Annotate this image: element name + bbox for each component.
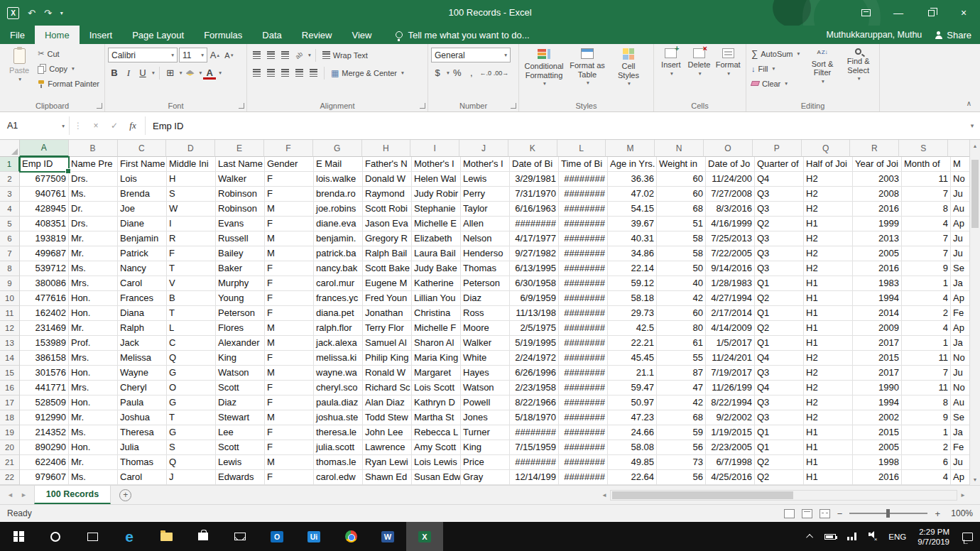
- cell-O17[interactable]: 8/22/1994: [706, 395, 755, 410]
- cell-R6[interactable]: 2013: [853, 231, 902, 246]
- cell-F13[interactable]: M: [265, 336, 314, 351]
- tell-me-box[interactable]: Tell me what you want to do...: [396, 26, 529, 44]
- cell-D2[interactable]: H: [167, 172, 216, 187]
- cell-G21[interactable]: thomas.le: [314, 455, 363, 470]
- cell-K22[interactable]: 12/14/199: [510, 470, 559, 485]
- cell-A22[interactable]: 979607: [20, 470, 69, 485]
- cell-G5[interactable]: diane.eva: [314, 217, 363, 231]
- cell-T13[interactable]: Ja: [951, 336, 969, 351]
- cell-M7[interactable]: 34.86: [608, 246, 657, 261]
- cell-D9[interactable]: V: [167, 276, 216, 291]
- cell-L12[interactable]: ########: [559, 321, 608, 336]
- cell-P22[interactable]: Q2: [755, 470, 804, 485]
- cell-K13[interactable]: 5/19/1995: [510, 336, 559, 351]
- cell-L14[interactable]: ########: [559, 351, 608, 366]
- cell-J1[interactable]: Mother's I: [461, 157, 510, 172]
- comma-style-button[interactable]: ,: [465, 66, 478, 80]
- cell-D17[interactable]: G: [167, 395, 216, 410]
- row-header-6[interactable]: 6: [0, 231, 20, 246]
- cell-I1[interactable]: Mother's I: [412, 157, 461, 172]
- middle-align-button[interactable]: [264, 48, 277, 62]
- cell-H12[interactable]: Terry Flor: [363, 321, 412, 336]
- clear-button[interactable]: Clear▾: [749, 76, 805, 91]
- cell-B17[interactable]: Hon.: [69, 395, 118, 410]
- cell-L17[interactable]: ########: [559, 395, 608, 410]
- cell-O21[interactable]: 6/7/1998: [706, 455, 755, 470]
- column-header-D[interactable]: D: [166, 140, 215, 157]
- cell-A6[interactable]: 193819: [20, 231, 69, 246]
- cell-T17[interactable]: Au: [951, 395, 969, 410]
- cell-A1[interactable]: Emp ID: [20, 157, 69, 172]
- cell-Q22[interactable]: H1: [804, 470, 853, 485]
- page-layout-view-button[interactable]: [802, 509, 812, 518]
- cell-J4[interactable]: Taylor: [461, 202, 510, 217]
- cell-A11[interactable]: 162402: [20, 306, 69, 321]
- cell-A16[interactable]: 441771: [20, 381, 69, 395]
- cell-P16[interactable]: Q4: [755, 381, 804, 395]
- collapse-ribbon-button[interactable]: ∧: [967, 99, 971, 107]
- tab-review[interactable]: Review: [292, 26, 342, 44]
- borders-button[interactable]: ⊞: [164, 66, 177, 80]
- cell-T9[interactable]: Ja: [951, 276, 969, 291]
- cell-G20[interactable]: julia.scott: [314, 440, 363, 455]
- cell-I14[interactable]: Maria King: [412, 351, 461, 366]
- cell-S21[interactable]: 6: [902, 455, 951, 470]
- bold-button[interactable]: B: [108, 66, 121, 80]
- cell-O7[interactable]: 7/22/2005: [706, 246, 755, 261]
- cell-Q3[interactable]: H2: [804, 187, 853, 202]
- cell-H22[interactable]: Shawn Ed: [363, 470, 412, 485]
- cell-Q5[interactable]: H1: [804, 217, 853, 231]
- cell-L16[interactable]: ########: [559, 381, 608, 395]
- cell-T12[interactable]: Ap: [951, 321, 969, 336]
- cell-I21[interactable]: Lois Lewis: [412, 455, 461, 470]
- tab-home[interactable]: Home: [35, 26, 80, 44]
- accounting-format-button[interactable]: $: [431, 66, 444, 80]
- cell-I2[interactable]: Helen Wal: [412, 172, 461, 187]
- horizontal-scrollbar[interactable]: ◄ ►: [600, 489, 967, 501]
- cell-C16[interactable]: Cheryl: [118, 381, 167, 395]
- format-as-table-button[interactable]: Format as Table▾: [566, 46, 609, 99]
- column-header-F[interactable]: F: [264, 140, 313, 157]
- cell-E5[interactable]: Evans: [216, 217, 265, 231]
- cell-B18[interactable]: Mr.: [69, 410, 118, 425]
- row-header-9[interactable]: 9: [0, 276, 20, 291]
- cell-R14[interactable]: 2015: [853, 351, 902, 366]
- cell-M19[interactable]: 24.66: [608, 425, 657, 440]
- cell-K5[interactable]: ########: [510, 217, 559, 231]
- zoom-level[interactable]: 100%: [947, 508, 973, 518]
- cell-O13[interactable]: 1/5/2017: [706, 336, 755, 351]
- cell-A14[interactable]: 386158: [20, 351, 69, 366]
- column-header-T[interactable]: T: [948, 140, 969, 157]
- cell-C21[interactable]: Thomas: [118, 455, 167, 470]
- cell-A20[interactable]: 890290: [20, 440, 69, 455]
- cell-D10[interactable]: B: [167, 291, 216, 306]
- cell-S11[interactable]: 2: [902, 306, 951, 321]
- cell-A7[interactable]: 499687: [20, 246, 69, 261]
- cell-Q8[interactable]: H2: [804, 261, 853, 276]
- cell-M15[interactable]: 21.1: [608, 366, 657, 381]
- cell-B19[interactable]: Ms.: [69, 425, 118, 440]
- cell-G6[interactable]: benjamin.: [314, 231, 363, 246]
- cell-M9[interactable]: 59.12: [608, 276, 657, 291]
- cell-Q2[interactable]: H2: [804, 172, 853, 187]
- column-header-J[interactable]: J: [459, 140, 508, 157]
- cell-J13[interactable]: Walker: [461, 336, 510, 351]
- cell-I7[interactable]: Laura Bail: [412, 246, 461, 261]
- orientation-button[interactable]: [293, 48, 305, 62]
- zoom-out-button[interactable]: −: [837, 508, 843, 519]
- cell-E17[interactable]: Diaz: [216, 395, 265, 410]
- cell-L18[interactable]: ########: [559, 410, 608, 425]
- cell-A18[interactable]: 912990: [20, 410, 69, 425]
- cell-S20[interactable]: 2: [902, 440, 951, 455]
- cell-L11[interactable]: ########: [559, 306, 608, 321]
- row-header-13[interactable]: 13: [0, 336, 20, 351]
- decrease-decimal-button[interactable]: .00→: [494, 66, 509, 80]
- account-name[interactable]: Muthukkaruppan, Muthu: [826, 26, 922, 44]
- cell-H9[interactable]: Eugene M: [363, 276, 412, 291]
- cell-L15[interactable]: ########: [559, 366, 608, 381]
- cell-M12[interactable]: 42.5: [608, 321, 657, 336]
- cell-C11[interactable]: Diana: [118, 306, 167, 321]
- cell-Q14[interactable]: H2: [804, 351, 853, 366]
- cell-F5[interactable]: F: [265, 217, 314, 231]
- sheet-tab-100-records[interactable]: 100 Records: [34, 486, 111, 504]
